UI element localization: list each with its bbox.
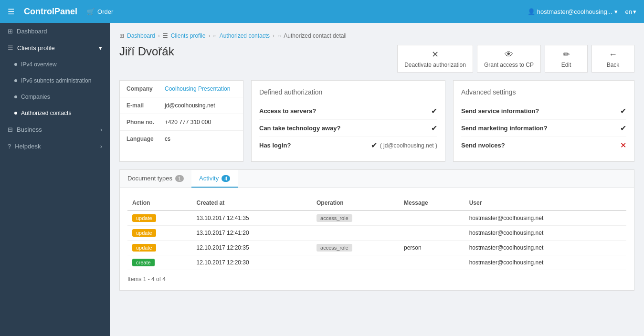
tabs-header: Document types 1 Activity 4: [120, 170, 634, 188]
defined-auth-panel: Defined authorization Access to servers?…: [251, 80, 445, 162]
eye-icon: 👁: [505, 50, 513, 60]
order-link[interactable]: 🛒 Order: [87, 8, 113, 15]
chevron-down-icon: ▾: [99, 44, 102, 52]
breadcrumb: ⊞ Dashboard › ☰ Clients profile › ○ Auth…: [119, 32, 634, 39]
tab-document-types-badge: 1: [175, 175, 184, 182]
marketing-info-value: ✔: [620, 124, 626, 133]
auth-row-take-tech: Can take technology away? ✔: [259, 120, 437, 137]
sidebar: ⊞ Dashboard ☰ Clients profile ▾ IPv4 ove…: [0, 23, 110, 336]
advanced-settings-panel: Advanced settings Send service informati…: [453, 80, 634, 162]
back-icon: ←: [609, 50, 617, 60]
email-value: jd@coolhousing.net: [165, 102, 215, 109]
sep3: ›: [273, 32, 274, 39]
company-value[interactable]: Coolhousing Presentation: [165, 85, 230, 92]
tab-activity-badge: 4: [222, 175, 230, 182]
breadcrumb-clients-profile[interactable]: Clients profile: [171, 32, 206, 39]
edit-icon: ✏: [563, 49, 570, 60]
cell-operation: access_role: [312, 241, 399, 255]
company-label: Company: [127, 85, 165, 92]
edit-button[interactable]: ✏ Edit: [545, 45, 588, 73]
sidebar-item-ipv6[interactable]: IPv6 subnets administration: [0, 73, 110, 89]
breadcrumb-current: Authorized contact detail: [284, 32, 346, 39]
table-header-row: Action Created at Operation Message User: [127, 196, 626, 210]
chevron-right-icon: ›: [100, 143, 102, 150]
cell-created-at: 13.10.2017 12:41:20: [192, 226, 312, 241]
sep1: ›: [158, 32, 160, 39]
cell-operation: [312, 226, 399, 241]
menu-icon[interactable]: ☰: [8, 7, 14, 16]
advanced-row-service: Send service information? ✔: [461, 103, 626, 120]
breadcrumb-auth-icon: ○: [213, 32, 216, 39]
action-badge: update: [132, 214, 156, 222]
tab-activity[interactable]: Activity 4: [191, 170, 238, 188]
page-actions: ✕ Deactivate authorization 👁 Grant acces…: [397, 45, 634, 73]
back-button[interactable]: ← Back: [591, 45, 634, 73]
auth-access-value: ✔: [431, 106, 437, 116]
service-info-label: Send service information?: [461, 107, 539, 115]
phone-value: +420 777 310 000: [165, 119, 211, 126]
auth-has-login-value: ✔ ( jd@coolhousing.net ): [371, 141, 437, 150]
deactivate-authorization-button[interactable]: ✕ Deactivate authorization: [397, 45, 473, 73]
navbar-left: ☰ ControlPanel 🛒 Order: [8, 7, 113, 17]
col-message: Message: [399, 196, 465, 210]
sidebar-item-companies[interactable]: Companies: [0, 89, 110, 105]
cell-created-at: 12.10.2017 12:20:30: [192, 255, 312, 270]
business-icon: ⊟: [8, 126, 13, 133]
user-icon: 👤: [528, 8, 535, 15]
breadcrumb-dashboard[interactable]: Dashboard: [127, 32, 155, 39]
sidebar-item-clients-profile[interactable]: ☰ Clients profile ▾: [0, 40, 110, 56]
cell-created-at: 12.10.2017 12:20:35: [192, 241, 312, 255]
auth-take-tech-label: Can take technology away?: [259, 125, 341, 132]
cell-operation: access_role: [312, 210, 399, 226]
table-row: update 12.10.2017 12:20:35 access_role p…: [127, 241, 626, 255]
dot-icon: [14, 112, 17, 115]
dashboard-icon: ⊞: [8, 28, 13, 35]
table-row: update 13.10.2017 12:41:35 access_role h…: [127, 210, 626, 226]
sidebar-item-ipv4[interactable]: IPv4 overview: [0, 56, 110, 73]
auth-take-tech-value: ✔: [431, 124, 437, 133]
cell-user: hostmaster@coolhousing.net: [465, 210, 626, 226]
cell-message: [399, 226, 465, 241]
auth-has-login-sub: ( jd@coolhousing.net ): [380, 142, 437, 149]
cell-user: hostmaster@coolhousing.net: [465, 226, 626, 241]
cell-user: hostmaster@coolhousing.net: [465, 255, 626, 270]
auth-row-has-login: Has login? ✔ ( jd@coolhousing.net ): [259, 137, 437, 154]
language-label: Language: [127, 136, 165, 142]
col-created-at: Created at: [192, 196, 312, 210]
helpdesk-icon: ?: [8, 143, 11, 150]
grant-access-cp-button[interactable]: 👁 Grant access to CP: [477, 45, 541, 73]
lang-selector[interactable]: en ▾: [625, 8, 636, 15]
contact-phone-field: Phone no. +420 777 310 000: [120, 114, 243, 131]
user-menu[interactable]: 👤 hostmaster@coolhousing... ▾: [528, 8, 618, 15]
breadcrumb-circle-icon: ○: [277, 32, 281, 39]
cell-message: [399, 255, 465, 270]
action-badge: update: [132, 229, 156, 237]
col-action: Action: [127, 196, 192, 210]
tabs-content: Action Created at Operation Message User…: [120, 188, 634, 290]
table-header: Action Created at Operation Message User: [127, 196, 626, 210]
cell-message: [399, 210, 465, 226]
col-user: User: [465, 196, 626, 210]
breadcrumb-authorized-contacts[interactable]: Authorized contacts: [220, 32, 270, 39]
invoices-label: Send nvoices?: [461, 142, 505, 149]
dot-icon: [14, 95, 17, 98]
auth-panel-title: Defined authorization: [259, 88, 437, 96]
tab-document-types[interactable]: Document types 1: [120, 170, 191, 188]
cell-operation: [312, 255, 399, 270]
table-body: update 13.10.2017 12:41:35 access_role h…: [127, 210, 626, 270]
phone-label: Phone no.: [127, 119, 165, 126]
auth-row-access-servers: Access to servers? ✔: [259, 103, 437, 120]
sidebar-item-dashboard[interactable]: ⊞ Dashboard: [0, 23, 110, 40]
chevron-right-icon: ›: [100, 126, 102, 133]
deactivate-icon: ✕: [432, 49, 439, 60]
table-row: update 13.10.2017 12:41:20 hostmaster@co…: [127, 226, 626, 241]
dot-icon: [14, 63, 17, 66]
sidebar-item-authorized-contacts[interactable]: Authorized contacts: [0, 105, 110, 121]
auth-has-login-label: Has login?: [259, 142, 291, 149]
app-brand: ControlPanel: [24, 7, 77, 17]
sidebar-item-helpdesk[interactable]: ? Helpdesk ›: [0, 138, 110, 155]
sidebar-item-business[interactable]: ⊟ Business ›: [0, 121, 110, 138]
tab-document-types-label: Document types: [127, 175, 172, 182]
cell-action: update: [127, 210, 192, 226]
cell-message: person: [399, 241, 465, 255]
